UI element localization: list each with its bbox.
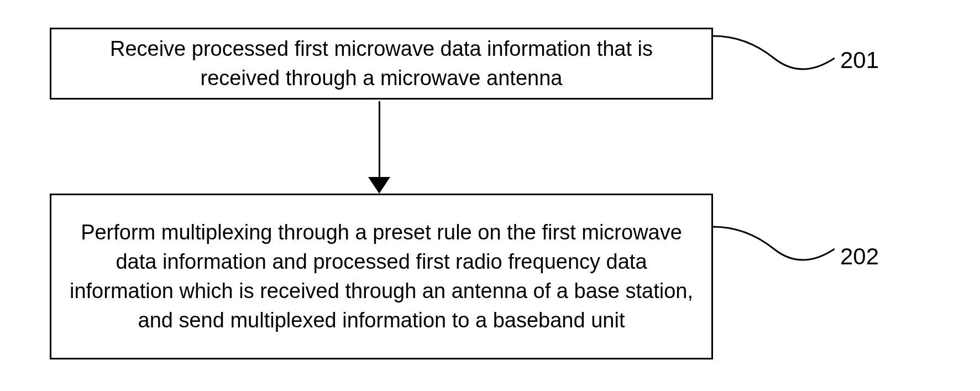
process-box-2-text: Perform multiplexing through a preset ru… [68,218,695,336]
flowchart-diagram: Receive processed first microwave data i… [0,0,980,391]
process-box-2: Perform multiplexing through a preset ru… [50,194,713,359]
connector-curve-2 [713,221,835,271]
process-box-1-text: Receive processed first microwave data i… [68,34,695,93]
arrow-line [379,101,380,181]
label-202: 202 [840,243,879,270]
connector-curve-1 [713,30,835,80]
process-box-1: Receive processed first microwave data i… [50,28,713,100]
arrow-head [368,177,390,194]
label-201: 201 [840,47,879,74]
